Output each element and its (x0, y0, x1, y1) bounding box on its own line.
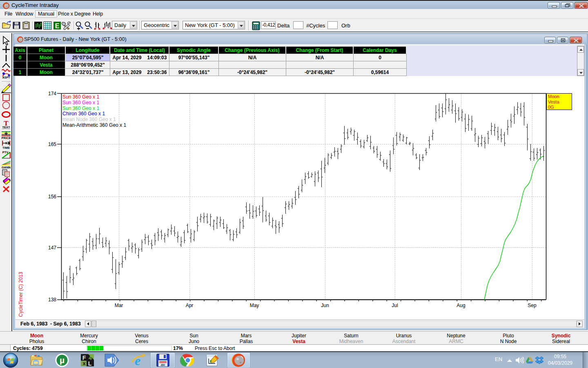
svg-text:May: May (250, 303, 259, 308)
svg-text:ASPT: ASPT (2, 76, 10, 79)
svg-text:138: 138 (48, 297, 56, 303)
svg-text:147: 147 (48, 245, 56, 251)
svg-text:PRICE: PRICE (2, 136, 11, 140)
svg-text:174: 174 (48, 91, 56, 96)
svg-text:GANN: GANN (2, 166, 11, 169)
svg-text:F: F (82, 355, 86, 361)
svg-text:Aug: Aug (457, 303, 465, 308)
svg-text:-64·: -64· (160, 364, 165, 366)
svg-text:L: L (88, 360, 92, 367)
svg-text:Jun: Jun (321, 303, 329, 308)
svg-text:Sep: Sep (528, 303, 537, 308)
svg-text:E: E (55, 22, 60, 29)
svg-text:e: e (135, 353, 140, 368)
svg-text:Apr: Apr (186, 303, 194, 308)
svg-text:165: 165 (48, 141, 56, 147)
svg-text:Mar: Mar (115, 303, 123, 308)
svg-text:Jul: Jul (392, 303, 398, 308)
svg-text:TIME: TIME (2, 146, 10, 150)
svg-text:156: 156 (48, 194, 56, 200)
svg-text:TEXT: TEXT (2, 126, 10, 129)
svg-text:x: x (83, 361, 86, 366)
svg-text:PTV: PTV (2, 150, 9, 154)
svg-text:µ: µ (60, 355, 65, 365)
